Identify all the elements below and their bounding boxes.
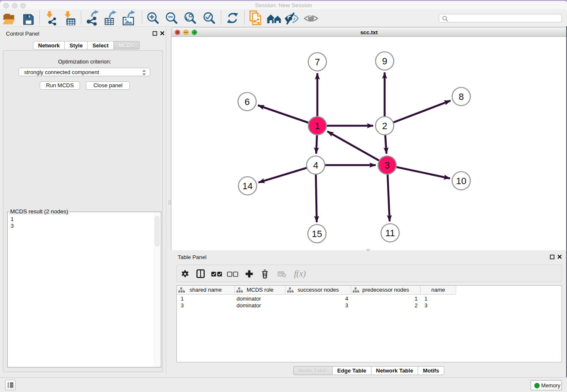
svg-text:f(x): f(x) bbox=[294, 269, 306, 279]
svg-text:8: 8 bbox=[459, 91, 464, 102]
svg-text:10: 10 bbox=[456, 176, 466, 186]
svg-text:15: 15 bbox=[312, 229, 322, 239]
svg-text:2: 2 bbox=[382, 121, 387, 131]
svg-text:14: 14 bbox=[242, 181, 253, 191]
svg-text:6: 6 bbox=[245, 97, 250, 107]
svg-text:4: 4 bbox=[313, 160, 318, 171]
svg-text:1: 1 bbox=[315, 121, 320, 131]
svg-text:11: 11 bbox=[385, 228, 395, 238]
svg-text:7: 7 bbox=[315, 57, 320, 67]
svg-text:3: 3 bbox=[385, 160, 390, 171]
svg-text:9: 9 bbox=[382, 56, 387, 66]
